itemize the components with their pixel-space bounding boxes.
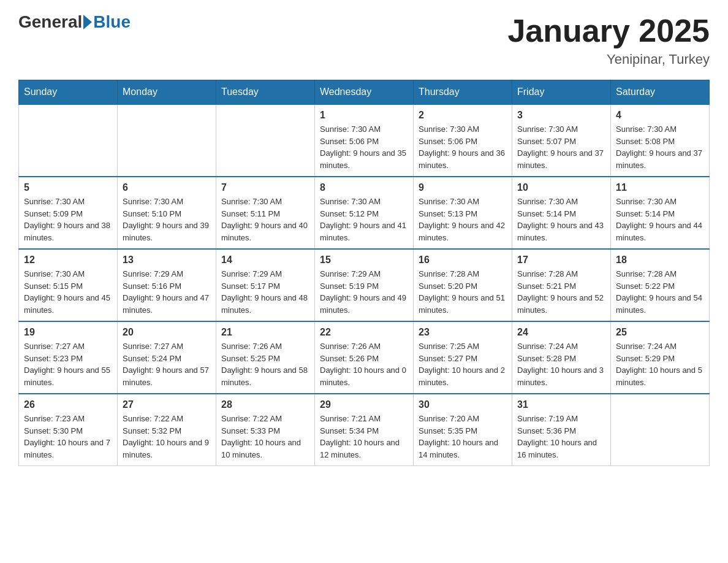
day-of-week-header: Tuesday: [216, 80, 315, 105]
calendar-day-cell: 29Sunrise: 7:21 AMSunset: 5:34 PMDayligh…: [315, 394, 414, 466]
day-number: 10: [517, 182, 605, 193]
day-of-week-header: Sunday: [19, 80, 118, 105]
day-info: Sunrise: 7:28 AMSunset: 5:20 PMDaylight:…: [419, 268, 507, 316]
day-number: 21: [221, 327, 309, 338]
calendar-empty-cell: [118, 104, 216, 177]
day-info: Sunrise: 7:25 AMSunset: 5:27 PMDaylight:…: [419, 340, 507, 388]
day-number: 1: [320, 110, 408, 121]
calendar-day-cell: 4Sunrise: 7:30 AMSunset: 5:08 PMDaylight…: [611, 104, 710, 177]
calendar-day-cell: 27Sunrise: 7:22 AMSunset: 5:32 PMDayligh…: [118, 394, 216, 466]
day-info: Sunrise: 7:28 AMSunset: 5:21 PMDaylight:…: [517, 268, 605, 316]
calendar-day-cell: 30Sunrise: 7:20 AMSunset: 5:35 PMDayligh…: [414, 394, 512, 466]
day-number: 24: [517, 327, 605, 338]
day-info: Sunrise: 7:30 AMSunset: 5:11 PMDaylight:…: [221, 196, 309, 243]
day-number: 29: [320, 399, 408, 410]
day-number: 28: [221, 399, 309, 410]
day-info: Sunrise: 7:30 AMSunset: 5:10 PMDaylight:…: [123, 196, 211, 243]
calendar-day-cell: 19Sunrise: 7:27 AMSunset: 5:23 PMDayligh…: [19, 321, 118, 394]
day-number: 6: [123, 182, 211, 193]
calendar-day-cell: 13Sunrise: 7:29 AMSunset: 5:16 PMDayligh…: [118, 249, 216, 321]
calendar-week-row: 1Sunrise: 7:30 AMSunset: 5:06 PMDaylight…: [19, 104, 710, 177]
logo: General Blue: [18, 12, 131, 32]
day-info: Sunrise: 7:27 AMSunset: 5:23 PMDaylight:…: [24, 340, 112, 388]
day-number: 30: [419, 399, 507, 410]
calendar-day-cell: 8Sunrise: 7:30 AMSunset: 5:12 PMDaylight…: [315, 177, 414, 249]
day-number: 16: [419, 255, 507, 266]
day-info: Sunrise: 7:22 AMSunset: 5:33 PMDaylight:…: [221, 413, 309, 461]
day-info: Sunrise: 7:29 AMSunset: 5:17 PMDaylight:…: [221, 268, 309, 316]
day-info: Sunrise: 7:19 AMSunset: 5:36 PMDaylight:…: [517, 413, 605, 461]
day-info: Sunrise: 7:23 AMSunset: 5:30 PMDaylight:…: [24, 413, 112, 461]
day-info: Sunrise: 7:24 AMSunset: 5:28 PMDaylight:…: [517, 340, 605, 388]
calendar-week-row: 12Sunrise: 7:30 AMSunset: 5:15 PMDayligh…: [19, 249, 710, 321]
calendar-day-cell: 9Sunrise: 7:30 AMSunset: 5:13 PMDaylight…: [414, 177, 512, 249]
calendar-day-cell: 5Sunrise: 7:30 AMSunset: 5:09 PMDaylight…: [19, 177, 118, 249]
day-number: 18: [616, 255, 704, 266]
day-number: 12: [24, 255, 112, 266]
day-number: 7: [221, 182, 309, 193]
day-number: 9: [419, 182, 507, 193]
calendar-day-cell: 7Sunrise: 7:30 AMSunset: 5:11 PMDaylight…: [216, 177, 315, 249]
calendar-day-cell: 26Sunrise: 7:23 AMSunset: 5:30 PMDayligh…: [19, 394, 118, 466]
title-section: January 2025 Yenipinar, Turkey: [507, 12, 710, 67]
day-number: 13: [123, 255, 211, 266]
day-info: Sunrise: 7:30 AMSunset: 5:06 PMDaylight:…: [419, 123, 507, 171]
calendar-day-cell: 6Sunrise: 7:30 AMSunset: 5:10 PMDaylight…: [118, 177, 216, 249]
day-number: 19: [24, 327, 112, 338]
day-info: Sunrise: 7:30 AMSunset: 5:08 PMDaylight:…: [616, 123, 704, 171]
day-number: 31: [517, 399, 605, 410]
logo-triangle-icon: [83, 15, 92, 29]
day-number: 11: [616, 182, 704, 193]
calendar-day-cell: 1Sunrise: 7:30 AMSunset: 5:06 PMDaylight…: [315, 104, 414, 177]
calendar-day-cell: 21Sunrise: 7:26 AMSunset: 5:25 PMDayligh…: [216, 321, 315, 394]
day-number: 23: [419, 327, 507, 338]
day-info: Sunrise: 7:24 AMSunset: 5:29 PMDaylight:…: [616, 340, 704, 388]
day-info: Sunrise: 7:30 AMSunset: 5:06 PMDaylight:…: [320, 123, 408, 171]
day-info: Sunrise: 7:21 AMSunset: 5:34 PMDaylight:…: [320, 413, 408, 461]
calendar-day-cell: 24Sunrise: 7:24 AMSunset: 5:28 PMDayligh…: [512, 321, 611, 394]
calendar-day-cell: 23Sunrise: 7:25 AMSunset: 5:27 PMDayligh…: [414, 321, 512, 394]
day-number: 2: [419, 110, 507, 121]
day-of-week-header: Saturday: [611, 80, 710, 105]
day-info: Sunrise: 7:27 AMSunset: 5:24 PMDaylight:…: [123, 340, 211, 388]
day-number: 15: [320, 255, 408, 266]
day-info: Sunrise: 7:30 AMSunset: 5:14 PMDaylight:…: [517, 196, 605, 243]
calendar-day-cell: 28Sunrise: 7:22 AMSunset: 5:33 PMDayligh…: [216, 394, 315, 466]
day-info: Sunrise: 7:30 AMSunset: 5:12 PMDaylight:…: [320, 196, 408, 243]
day-info: Sunrise: 7:20 AMSunset: 5:35 PMDaylight:…: [419, 413, 507, 461]
calendar-day-cell: 2Sunrise: 7:30 AMSunset: 5:06 PMDaylight…: [414, 104, 512, 177]
day-info: Sunrise: 7:30 AMSunset: 5:09 PMDaylight:…: [24, 196, 112, 243]
calendar-week-row: 5Sunrise: 7:30 AMSunset: 5:09 PMDaylight…: [19, 177, 710, 249]
day-info: Sunrise: 7:30 AMSunset: 5:15 PMDaylight:…: [24, 268, 112, 316]
day-info: Sunrise: 7:26 AMSunset: 5:26 PMDaylight:…: [320, 340, 408, 388]
day-number: 25: [616, 327, 704, 338]
calendar-day-cell: 18Sunrise: 7:28 AMSunset: 5:22 PMDayligh…: [611, 249, 710, 321]
day-info: Sunrise: 7:29 AMSunset: 5:19 PMDaylight:…: [320, 268, 408, 316]
calendar-day-cell: 12Sunrise: 7:30 AMSunset: 5:15 PMDayligh…: [19, 249, 118, 321]
day-info: Sunrise: 7:26 AMSunset: 5:25 PMDaylight:…: [221, 340, 309, 388]
logo-general-text: General: [18, 12, 82, 32]
day-number: 22: [320, 327, 408, 338]
day-info: Sunrise: 7:29 AMSunset: 5:16 PMDaylight:…: [123, 268, 211, 316]
day-info: Sunrise: 7:28 AMSunset: 5:22 PMDaylight:…: [616, 268, 704, 316]
day-number: 17: [517, 255, 605, 266]
day-info: Sunrise: 7:30 AMSunset: 5:14 PMDaylight:…: [616, 196, 704, 243]
calendar-week-row: 19Sunrise: 7:27 AMSunset: 5:23 PMDayligh…: [19, 321, 710, 394]
day-number: 3: [517, 110, 605, 121]
calendar-day-cell: 10Sunrise: 7:30 AMSunset: 5:14 PMDayligh…: [512, 177, 611, 249]
calendar-day-cell: 17Sunrise: 7:28 AMSunset: 5:21 PMDayligh…: [512, 249, 611, 321]
day-number: 5: [24, 182, 112, 193]
day-info: Sunrise: 7:30 AMSunset: 5:13 PMDaylight:…: [419, 196, 507, 243]
day-info: Sunrise: 7:22 AMSunset: 5:32 PMDaylight:…: [123, 413, 211, 461]
calendar-day-cell: 15Sunrise: 7:29 AMSunset: 5:19 PMDayligh…: [315, 249, 414, 321]
calendar-day-cell: 20Sunrise: 7:27 AMSunset: 5:24 PMDayligh…: [118, 321, 216, 394]
calendar-subtitle: Yenipinar, Turkey: [507, 52, 710, 67]
day-number: 26: [24, 399, 112, 410]
day-number: 4: [616, 110, 704, 121]
page-header: General Blue January 2025 Yenipinar, Tur…: [18, 12, 710, 67]
day-number: 14: [221, 255, 309, 266]
calendar-title: January 2025: [507, 12, 710, 49]
calendar-day-cell: 14Sunrise: 7:29 AMSunset: 5:17 PMDayligh…: [216, 249, 315, 321]
calendar-header-row: SundayMondayTuesdayWednesdayThursdayFrid…: [19, 80, 710, 105]
logo-blue-text: Blue: [93, 12, 131, 32]
